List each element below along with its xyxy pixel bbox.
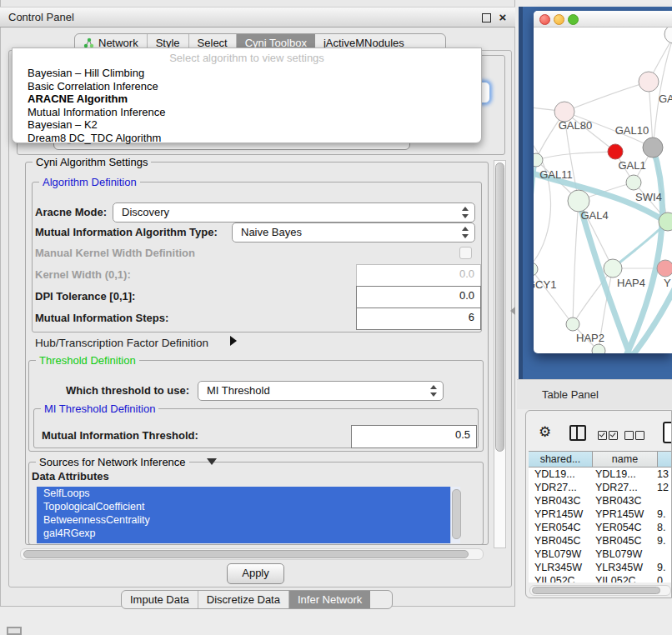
node-label: GAL80 xyxy=(559,119,592,132)
column-layout-icon[interactable] xyxy=(569,425,586,441)
manual-kernel-checkbox[interactable] xyxy=(459,247,472,259)
network-node-y[interactable] xyxy=(657,260,672,277)
mi-threshold-field[interactable]: 0.5 xyxy=(351,425,477,448)
network-node-gal10[interactable] xyxy=(643,138,663,158)
list-item-betweennesscentrality[interactable]: BetweennessCentrality xyxy=(37,513,460,527)
mi-type-label: Mutual Information Algorithm Type: xyxy=(35,226,218,238)
column-header-name[interactable]: name xyxy=(593,451,658,468)
control-panel-titlebar[interactable]: Control Panel × xyxy=(0,7,515,28)
combo-arrows-icon xyxy=(462,206,469,219)
mi-type-combo[interactable]: Naive Bayes xyxy=(232,222,475,242)
node-label: HAP4 xyxy=(617,277,645,289)
algorithm-option-mutual-information[interactable]: Mutual Information Inference xyxy=(13,106,481,119)
data-attributes-list[interactable]: SelfLoops TopologicalCoefficient Between… xyxy=(37,487,460,543)
which-threshold-combo[interactable]: MI Threshold xyxy=(198,381,444,401)
network-node[interactable] xyxy=(592,344,605,353)
splitter-arrow-icon[interactable] xyxy=(510,307,515,315)
list-item-selfloops[interactable]: SelfLoops xyxy=(37,487,460,500)
table-row[interactable]: YIL052CYIL052C0. xyxy=(529,574,672,582)
node-label: GAL10 xyxy=(615,124,649,137)
network-node-gal1[interactable] xyxy=(626,175,641,190)
table-body[interactable]: YDL19...YDL19...13 YDR27...YDR27...12 YB… xyxy=(529,468,672,582)
list-item-topologicalcoefficient[interactable]: TopologicalCoefficient xyxy=(37,500,460,513)
mi-threshold-definition-title: MI Threshold Definition xyxy=(41,402,158,415)
table-hscrollbar[interactable] xyxy=(529,585,671,596)
apply-button[interactable]: Apply xyxy=(227,563,284,584)
network-view-window: GAL GAL80 GAL10 GAL1 GAL11 SWI4 GAL4 GCY… xyxy=(534,11,672,353)
table-row[interactable]: YBR043CYBR043C xyxy=(529,494,672,508)
scrollbar-thumb[interactable] xyxy=(23,550,469,558)
network-node-hap4[interactable] xyxy=(604,259,622,278)
node-label: Y xyxy=(664,277,671,289)
algorithm-option-basic-correlation[interactable]: Basic Correlation Inference xyxy=(13,80,481,93)
table-function-icon[interactable] xyxy=(663,422,672,443)
node-label: HAP2 xyxy=(576,332,604,344)
sources-title[interactable]: Sources for Network Inference xyxy=(36,456,189,468)
scrollbar-thumb[interactable] xyxy=(495,162,504,452)
list-item-gal4rgexp[interactable]: gal4RGexp xyxy=(37,527,460,540)
network-node-gal11[interactable] xyxy=(534,153,543,167)
mi-steps-field[interactable]: 6 xyxy=(356,308,481,330)
network-node[interactable] xyxy=(664,28,672,43)
table-row[interactable]: YLR345WYLR345W9. xyxy=(529,561,672,574)
close-window-button[interactable]: × xyxy=(497,12,509,23)
mi-steps-label: Mutual Information Steps: xyxy=(35,312,168,324)
table-row[interactable]: YPR145WYPR145W9. xyxy=(529,508,672,521)
column-header-shared[interactable]: shared... xyxy=(529,451,593,468)
algorithm-option-bayesian-k2[interactable]: Bayesian – K2 xyxy=(13,118,481,132)
minimize-traffic-icon[interactable] xyxy=(554,14,564,25)
node-label: SWI4 xyxy=(635,191,662,203)
threshold-definition-title: Threshold Definition xyxy=(36,354,139,367)
algorithm-option-bayesian-hill-climbing[interactable]: Bayesian – Hill Climbing xyxy=(13,67,481,80)
kernel-width-label: Kernel Width (0,1): xyxy=(35,268,131,281)
hub-definition-label[interactable]: Hub/Transcription Factor Definition xyxy=(35,337,208,349)
cyni-algorithm-settings-title: Cyni Algorithm Settings xyxy=(33,156,151,168)
tab-discretize-data[interactable]: Discretize Data xyxy=(198,591,289,608)
network-node-red[interactable] xyxy=(608,144,623,159)
dpi-tolerance-field[interactable]: 0.0 xyxy=(356,286,481,308)
algorithm-option-aracne[interactable]: ARACNE Algorithm xyxy=(13,92,481,106)
mi-threshold-label: Mutual Information Threshold: xyxy=(42,429,198,442)
network-window-titlebar[interactable] xyxy=(534,11,672,28)
node-label: GAL xyxy=(659,92,672,105)
node-label: GAL11 xyxy=(539,168,573,181)
deselect-all-columns-icon[interactable] xyxy=(624,428,646,443)
settings-vscrollbar[interactable] xyxy=(494,160,506,548)
network-graph[interactable]: GAL GAL80 GAL10 GAL1 GAL11 SWI4 GAL4 GCY… xyxy=(534,28,672,353)
combo-arrows-icon xyxy=(430,384,438,398)
table-row[interactable]: YER054CYER054C8. xyxy=(529,521,672,534)
node-label: GAL1 xyxy=(618,159,645,172)
table-row[interactable]: YDL19...YDL19...13 xyxy=(529,468,672,481)
dpi-tolerance-label: DPI Tolerance [0,1]: xyxy=(35,290,135,302)
table-panel-strip: Table Panel xyxy=(517,379,672,409)
combo-arrows-icon xyxy=(462,226,469,239)
select-all-columns-icon[interactable] xyxy=(598,428,619,443)
float-window-button[interactable] xyxy=(480,12,492,23)
network-node-hap2[interactable] xyxy=(566,318,579,331)
collapse-down-icon[interactable] xyxy=(207,458,217,465)
table-row[interactable]: YBR045CYBR045C9. xyxy=(529,534,672,548)
column-header-partial[interactable] xyxy=(658,451,672,468)
node-label: GAL4 xyxy=(580,209,608,222)
scrollbar-thumb[interactable] xyxy=(532,587,660,594)
network-canvas[interactable]: GAL GAL80 GAL10 GAL1 GAL11 SWI4 GAL4 GCY… xyxy=(534,28,672,353)
table-panel-title: Table Panel xyxy=(542,388,599,401)
close-traffic-icon[interactable] xyxy=(539,14,550,25)
aracne-mode-combo[interactable]: Discovery xyxy=(113,202,475,222)
kernel-width-field[interactable]: 0.0 xyxy=(356,264,481,287)
table-row[interactable]: YBL079WYBL079W xyxy=(529,548,672,561)
table-settings-gear-icon[interactable]: ⚙ xyxy=(539,423,551,441)
expand-right-icon[interactable] xyxy=(230,336,237,346)
tab-infer-network[interactable]: Infer Network xyxy=(289,591,370,608)
network-node-gcy1[interactable] xyxy=(534,262,538,276)
zoom-traffic-icon[interactable] xyxy=(568,14,579,25)
algorithm-definition-title: Algorithm Definition xyxy=(39,176,140,188)
network-node-gal-top[interactable] xyxy=(639,72,659,92)
attribute-list-scrollbar[interactable] xyxy=(450,487,460,543)
scrollbar-thumb[interactable] xyxy=(452,489,461,539)
tab-impute-data[interactable]: Impute Data xyxy=(122,591,198,608)
algorithm-dropdown-placeholder: Select algorithm to view settings xyxy=(13,52,481,64)
table-row[interactable]: YDR27...YDR27...12 xyxy=(529,481,672,494)
algorithm-option-dream8[interactable]: Dream8 DC_TDC Algorithm xyxy=(13,132,481,145)
settings-hscrollbar[interactable] xyxy=(20,548,484,560)
